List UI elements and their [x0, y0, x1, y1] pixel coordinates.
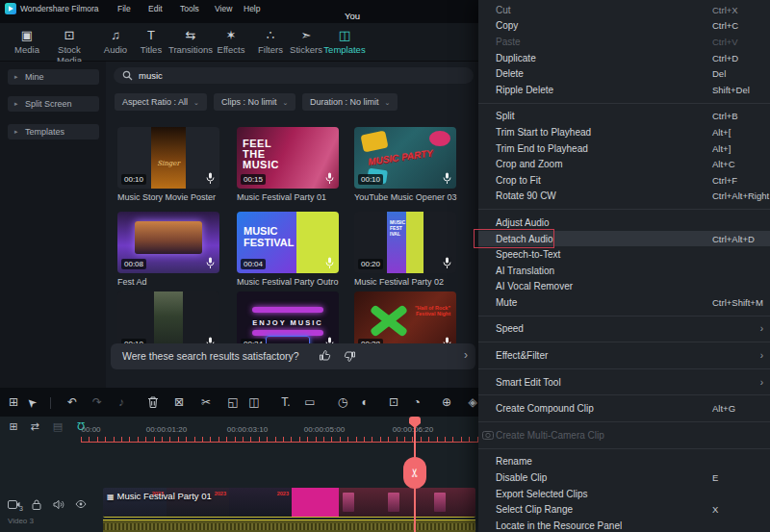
split-icon[interactable]: ✂ — [198, 395, 214, 410]
eye-icon[interactable] — [75, 499, 87, 509]
sidebar-item-mine[interactable]: ▸Mine — [8, 69, 99, 85]
clip-audio-strip[interactable] — [103, 519, 475, 532]
duration-badge: 00:10 — [121, 174, 146, 185]
lock-icon[interactable] — [32, 499, 41, 510]
menu-file[interactable]: File — [117, 4, 131, 13]
template-card[interactable]: 00:08 — [117, 212, 219, 273]
menu-tools[interactable]: Tools — [180, 4, 199, 13]
filmora-logo-icon — [5, 3, 16, 14]
clip-label: ▦Music Festival Party 01 — [107, 491, 212, 501]
color-icon[interactable]: ◐ — [357, 395, 372, 410]
speaker-icon[interactable] — [53, 499, 64, 510]
menu-item-cut[interactable]: CutCtrl+X — [478, 2, 770, 18]
template-card[interactable]: FEELTHEMUSIC 00:15 — [237, 127, 339, 189]
menu-item-create-compound-clip[interactable]: Create Compound ClipAlt+G — [478, 400, 770, 417]
menu-item-effect-filter[interactable]: Effect&Filter› — [478, 347, 770, 364]
menu-item-select-clip-range[interactable]: Select Clip RangeX — [478, 501, 770, 518]
menu-item-create-multi-camera-clip[interactable]: Create Multi-Camera Clip — [478, 427, 770, 443]
text-tool-icon[interactable]: T. — [278, 395, 294, 410]
timeline-clip[interactable]: 2023 2023 2023 ▦Music Festival Party 01 — [103, 488, 475, 518]
menu-item-locate-in-resource-panel[interactable]: Locate in the Resource Panel — [478, 518, 770, 532]
template-card[interactable]: MUSICFESTIVAL 00:04 — [237, 212, 339, 273]
template-card[interactable]: MUSIC PARTY 00:10 — [354, 127, 456, 189]
undo-icon[interactable]: ↶ — [64, 395, 80, 410]
speed-icon[interactable]: ◷ — [335, 395, 350, 410]
duration-filter[interactable]: Duration : No limit⌄ — [302, 93, 398, 111]
delete-icon[interactable] — [145, 396, 161, 409]
audio-stretch-icon[interactable]: ♪ — [114, 395, 129, 410]
thumbs-down-icon[interactable] — [344, 350, 356, 363]
sidebar-item-templates[interactable]: ▸Templates — [8, 124, 99, 139]
menu-item-disable-clip[interactable]: Disable ClipE — [478, 469, 770, 486]
microphone-icon — [443, 172, 451, 185]
sidebar-item-label: Split Screen — [25, 99, 72, 109]
search-bar[interactable] — [114, 67, 474, 84]
tab-label: Templates — [323, 44, 365, 55]
menu-item-ai-vocal-remover[interactable]: AI Vocal Remover — [478, 279, 770, 295]
redo-icon[interactable]: ↷ — [90, 395, 105, 410]
menu-item-export-selected-clips[interactable]: Export Selected Clips — [478, 486, 770, 502]
menu-item-trim-start[interactable]: Trim Start to PlayheadAlt+[ — [478, 124, 770, 140]
menu-edit[interactable]: Edit — [148, 4, 163, 13]
trim-icon[interactable]: ◫ — [246, 395, 262, 410]
menu-item-ripple-delete[interactable]: Ripple DeleteShift+Del — [478, 82, 770, 98]
menu-item-copy[interactable]: CopyCtrl+C — [478, 18, 770, 35]
add-to-timeline-icon[interactable]: ⊞ — [6, 420, 21, 433]
expand-chevron-icon[interactable]: › — [464, 348, 468, 362]
tab-label: Stickers — [290, 44, 322, 55]
menu-item-adjust-audio[interactable]: Adjust Audio — [478, 215, 770, 231]
tab-label: Titles — [141, 44, 162, 55]
mask-icon[interactable]: ▭ — [302, 395, 318, 410]
template-card[interactable]: Singer 00:10 — [117, 127, 219, 189]
crop-icon[interactable]: ◱ — [225, 395, 241, 410]
menu-item-rename[interactable]: Rename — [478, 454, 770, 470]
menu-help[interactable]: Help — [244, 4, 260, 13]
clips-filter[interactable]: Clips : No limit⌄ — [214, 93, 295, 111]
submenu-arrow-icon: › — [760, 323, 763, 334]
playhead-split-button[interactable]: ✂ — [403, 457, 426, 489]
menu-item-ai-translation[interactable]: AI Translation — [478, 263, 770, 279]
transitions-icon: ⇆ — [166, 27, 216, 44]
tab-media[interactable]: ▣Media — [6, 27, 48, 55]
tab-stock-media[interactable]: ⊡Stock Media — [44, 27, 94, 65]
toolbar-divider — [50, 397, 51, 409]
menu-item-speed[interactable]: Speed› — [478, 321, 770, 338]
link-clips-icon[interactable]: ⇄ — [27, 420, 42, 433]
aspect-ratio-filter[interactable]: Aspect Ratio : All⌄ — [115, 93, 207, 111]
freeze-frame-icon[interactable]: ◔ — [409, 395, 424, 410]
thumbs-up-icon[interactable] — [319, 349, 331, 362]
menu-item-delete[interactable]: DeleteDel — [478, 65, 770, 82]
thumb-text: MUSICFESTIVAL — [244, 225, 294, 248]
menu-item-split[interactable]: SplitCtrl+B — [478, 109, 770, 125]
menu-item-paste[interactable]: PasteCtrl+V — [478, 34, 770, 50]
tab-templates[interactable]: ◫Templates — [321, 27, 368, 55]
menu-item-rotate-90-cw[interactable]: Rotate 90 CWCtrl+Alt+Right — [478, 189, 770, 205]
duration-badge: 00:10 — [358, 174, 383, 185]
template-card[interactable]: MUSICFESTIVAL 00:20 — [354, 212, 456, 273]
ruler-label: 00:00:01:20 — [146, 425, 187, 434]
menu-item-mute[interactable]: MuteCtrl+Shift+M — [478, 294, 770, 311]
menu-item-crop-and-zoom[interactable]: Crop and ZoomAlt+C — [478, 156, 770, 172]
thumb-text: MUSICFESTIVAL — [390, 219, 405, 237]
menu-separator — [478, 394, 770, 395]
select-tool-icon[interactable]: ➤ — [24, 395, 39, 410]
track-layout-icon[interactable]: ⊞ — [6, 395, 21, 410]
menu-item-smart-edit-tool[interactable]: Smart Edit Tool› — [478, 374, 770, 391]
copy-effects-icon[interactable]: ⊠ — [171, 395, 187, 410]
menu-item-crop-to-fit[interactable]: Crop to FitCtrl+F — [478, 172, 770, 189]
sidebar-item-split-screen[interactable]: ▸Split Screen — [8, 96, 99, 112]
thumb-text: FEELTHEMUSIC — [243, 139, 279, 170]
tab-effects[interactable]: ✶Effects — [210, 27, 252, 55]
template-name: Fest Ad — [117, 277, 223, 287]
search-input[interactable] — [139, 67, 456, 84]
tab-transitions[interactable]: ⇆Transitions — [166, 27, 216, 55]
marker-icon[interactable]: ⊕ — [439, 395, 454, 410]
track-manager-icon[interactable]: ▤ — [50, 420, 65, 433]
menu-item-duplicate[interactable]: DuplicateCtrl+D — [478, 50, 770, 66]
template-name: Music Festival Party 01 — [237, 192, 343, 202]
menu-item-trim-end[interactable]: Trim End to PlayheadAlt+] — [478, 140, 770, 157]
menu-view[interactable]: View — [215, 4, 232, 13]
menu-item-detach-audio[interactable]: Detach AudioCtrl+Alt+D — [478, 231, 770, 247]
menu-item-speech-to-text[interactable]: Speech-to-Text — [478, 246, 770, 263]
chroma-key-icon[interactable]: ⊡ — [386, 395, 401, 410]
